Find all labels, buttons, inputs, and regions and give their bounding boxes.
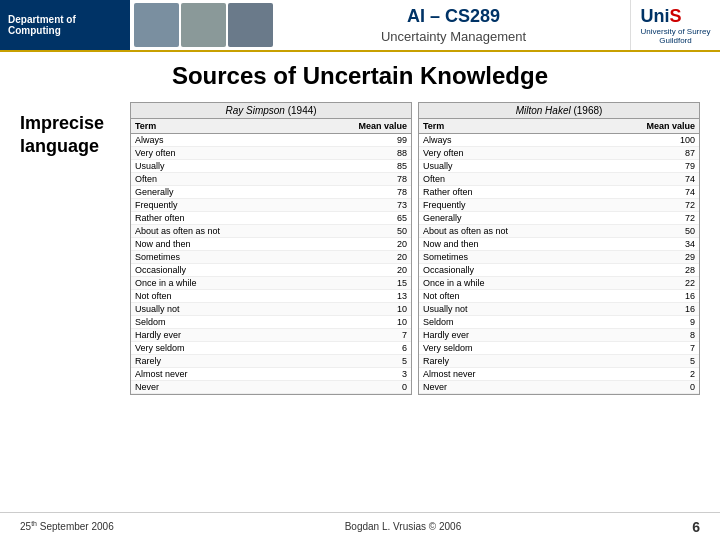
table1-header: Ray Simpson (1944)	[131, 103, 411, 119]
table1-year: (1944)	[288, 105, 317, 116]
table-row: Occasionally20	[131, 264, 411, 277]
table-row: Now and then20	[131, 238, 411, 251]
table-row: Very often87	[419, 147, 699, 160]
content-area: Imprecise language Ray Simpson (1944) Te…	[20, 102, 700, 395]
table2: Term Mean value Always100Very often87Usu…	[419, 119, 699, 394]
uni-name: University of SurreyGuildford	[641, 27, 711, 45]
table-row: Sometimes29	[419, 251, 699, 264]
table-row: About as often as not50	[131, 225, 411, 238]
table-row: Never0	[419, 381, 699, 394]
table-area: Ray Simpson (1944) Term Mean value Alway…	[130, 102, 700, 395]
header: Department of Computing AI – CS289 Uncer…	[0, 0, 720, 52]
course-subtitle: Uncertainty Management	[381, 29, 526, 44]
imprecise-language-label: Imprecise language	[20, 112, 120, 159]
table-row: Occasionally28	[419, 264, 699, 277]
header-left: Department of Computing	[0, 0, 130, 50]
table-row: Generally72	[419, 212, 699, 225]
table1-author: Ray Simpson	[225, 105, 284, 116]
table-row: Seldom9	[419, 316, 699, 329]
table-row: Always100	[419, 134, 699, 147]
table-row: Frequently73	[131, 199, 411, 212]
header-images	[130, 0, 277, 50]
table1-section: Ray Simpson (1944) Term Mean value Alway…	[130, 102, 412, 395]
footer-date: 25th September 2006	[20, 520, 114, 532]
table-row: Seldom10	[131, 316, 411, 329]
table-row: Very seldom6	[131, 342, 411, 355]
table-row: Always99	[131, 134, 411, 147]
main-content: Sources of Uncertain Knowledge Imprecise…	[0, 52, 720, 405]
table2-section: Milton Hakel (1968) Term Mean value Alwa…	[418, 102, 700, 395]
table-row: Almost never2	[419, 368, 699, 381]
footer: 25th September 2006 Bogdan L. Vrusias © …	[0, 512, 720, 540]
table-row: Never0	[131, 381, 411, 394]
header-right: UniS University of SurreyGuildford	[630, 0, 720, 50]
table-row: Hardly ever7	[131, 329, 411, 342]
table2-col1-header: Term	[419, 119, 593, 134]
footer-center: Bogdan L. Vrusias © 2006	[345, 521, 462, 532]
table-row: Usually not16	[419, 303, 699, 316]
table-row: Rather often65	[131, 212, 411, 225]
table-row: Rather often74	[419, 186, 699, 199]
table-row: About as often as not50	[419, 225, 699, 238]
table-row: Often74	[419, 173, 699, 186]
table-row: Now and then34	[419, 238, 699, 251]
table-row: Very seldom7	[419, 342, 699, 355]
table-row: Very often88	[131, 147, 411, 160]
page-title: Sources of Uncertain Knowledge	[20, 62, 700, 90]
table-row: Rarely5	[419, 355, 699, 368]
footer-page: 6	[692, 519, 700, 535]
table-row: Once in a while22	[419, 277, 699, 290]
table-row: Generally78	[131, 186, 411, 199]
table-row: Frequently72	[419, 199, 699, 212]
header-center: AI – CS289 Uncertainty Management	[277, 0, 630, 50]
table-row: Not often13	[131, 290, 411, 303]
table-row: Often78	[131, 173, 411, 186]
table-row: Almost never3	[131, 368, 411, 381]
course-title: AI – CS289	[407, 6, 500, 27]
table-row: Usually79	[419, 160, 699, 173]
table-row: Hardly ever8	[419, 329, 699, 342]
table-row: Usually not10	[131, 303, 411, 316]
tables-wrapper: Ray Simpson (1944) Term Mean value Alway…	[130, 102, 700, 395]
table2-col2-header: Mean value	[593, 119, 699, 134]
left-label: Imprecise language	[20, 102, 120, 395]
table1: Term Mean value Always99Very often88Usua…	[131, 119, 411, 394]
table-row: Usually85	[131, 160, 411, 173]
uni-logo: UniS University of SurreyGuildford	[641, 6, 711, 45]
table-row: Rarely5	[131, 355, 411, 368]
table2-author: Milton Hakel	[516, 105, 571, 116]
table-row: Once in a while15	[131, 277, 411, 290]
dept-label: Department of Computing	[8, 14, 122, 36]
table1-col2-header: Mean value	[305, 119, 411, 134]
table-row: Not often16	[419, 290, 699, 303]
table2-header: Milton Hakel (1968)	[419, 103, 699, 119]
table-row: Sometimes20	[131, 251, 411, 264]
table2-year: (1968)	[573, 105, 602, 116]
table1-col1-header: Term	[131, 119, 305, 134]
